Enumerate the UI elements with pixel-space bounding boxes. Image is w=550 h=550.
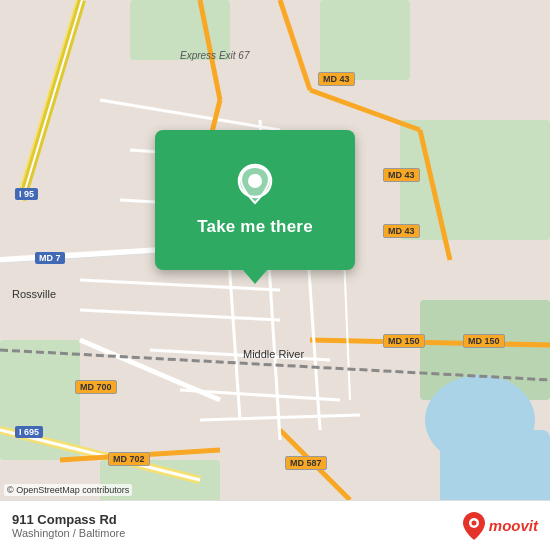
place-middle-river: Middle River <box>243 348 304 360</box>
location-pin-icon <box>233 163 277 207</box>
road-label-md43-mid: MD 43 <box>383 168 420 182</box>
address-info: 911 Compass Rd Washington / Baltimore <box>12 512 125 539</box>
bottom-bar: 911 Compass Rd Washington / Baltimore mo… <box>0 500 550 550</box>
road-label-md700: MD 700 <box>75 380 117 394</box>
place-rossville: Rossville <box>12 288 56 300</box>
road-label-exit67: Express Exit 67 <box>180 50 249 61</box>
action-card[interactable]: Take me there <box>155 130 355 270</box>
moovit-logo: moovit <box>463 512 538 540</box>
road-label-i695: I 695 <box>15 426 43 438</box>
moovit-brand-text: moovit <box>489 517 538 534</box>
svg-rect-1 <box>320 0 410 80</box>
map-background <box>0 0 550 550</box>
map-container: Express Exit 67 I 95 MD 7 Rossville MD 7… <box>0 0 550 550</box>
take-me-there-button[interactable]: Take me there <box>197 217 313 237</box>
address-line: 911 Compass Rd <box>12 512 125 527</box>
road-label-md587: MD 587 <box>285 456 327 470</box>
road-label-md150-right: MD 150 <box>463 334 505 348</box>
road-label-md702: MD 702 <box>108 452 150 466</box>
road-label-md43-top: MD 43 <box>318 72 355 86</box>
svg-point-42 <box>249 174 261 186</box>
road-label-md150-left: MD 150 <box>383 334 425 348</box>
road-label-i95: I 95 <box>15 188 38 200</box>
road-label-md43-low: MD 43 <box>383 224 420 238</box>
svg-point-44 <box>471 520 476 525</box>
moovit-pin-icon <box>463 512 485 540</box>
osm-attribution: © OpenStreetMap contributors <box>4 484 132 496</box>
city-line: Washington / Baltimore <box>12 527 125 539</box>
road-label-md7: MD 7 <box>35 252 65 264</box>
